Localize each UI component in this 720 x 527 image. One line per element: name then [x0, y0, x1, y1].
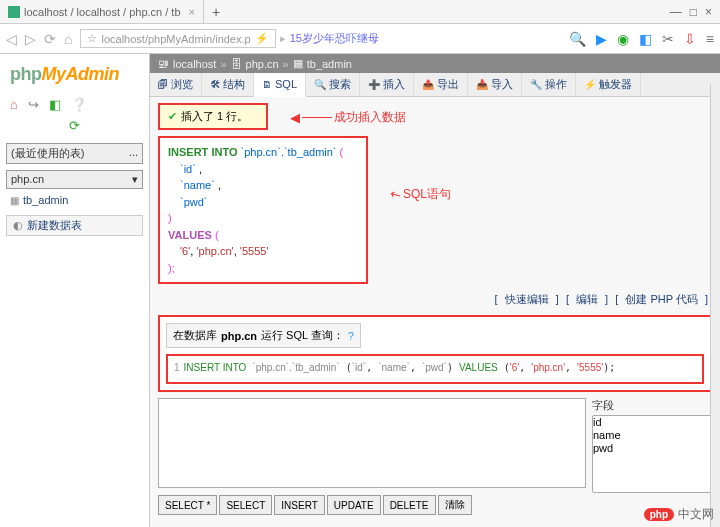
annotation-success: ◀ 成功插入数据 — [290, 109, 406, 126]
db-icon: 🗄 — [231, 58, 242, 70]
sql-query-preview: 1INSERT INTO `php.cn`.`tb_admin` (`id`, … — [166, 354, 704, 384]
browser-tab-strip: localhost / localhost / php.cn / tb × + … — [0, 0, 720, 24]
fields-list[interactable]: idnamepwd — [592, 415, 712, 493]
executed-sql-display: INSERT INTO `php.cn`.`tb_admin` ( `id` ,… — [158, 136, 368, 284]
tab-导入[interactable]: 📥导入 — [468, 73, 522, 96]
breadcrumb-db[interactable]: php.cn — [246, 58, 279, 70]
window-controls: — □ × — [662, 5, 720, 19]
tab-icon: 🗎 — [262, 79, 272, 90]
new-table-button[interactable]: 新建数据表 — [6, 215, 143, 236]
toolbar-download-icon[interactable]: ⇩ — [684, 31, 696, 47]
sql-btn-select-[interactable]: SELECT * — [158, 495, 217, 515]
tab-导出[interactable]: 📤导出 — [414, 73, 468, 96]
nav-back-icon[interactable]: ◁ — [6, 31, 17, 47]
sql-btn-insert[interactable]: INSERT — [274, 495, 325, 515]
quick-edit-inline[interactable]: 快速编辑 — [505, 293, 549, 305]
quick-create-php[interactable]: 创建 PHP 代码 — [625, 293, 698, 305]
success-message: ✔ 插入了 1 行。 — [158, 103, 268, 130]
tab-icon: ➕ — [368, 79, 380, 90]
sql-btn-update[interactable]: UPDATE — [327, 495, 381, 515]
tab-icon: ⚡ — [584, 79, 596, 90]
annotation-sql: ↖ SQL语句 — [390, 186, 451, 203]
tab-浏览[interactable]: 🗐浏览 — [150, 73, 202, 96]
addr-flash-icon: ⚡ — [255, 32, 269, 45]
tab-icon: 🛠 — [210, 79, 220, 90]
tab-favicon — [8, 6, 20, 18]
tab-icon: 📤 — [422, 79, 434, 90]
nav-table-tb-admin[interactable]: tb_admin — [4, 191, 145, 209]
reload-nav-icon[interactable]: ⟳ — [69, 118, 80, 133]
tab-icon: 📥 — [476, 79, 488, 90]
query-icon[interactable]: ◧ — [49, 97, 61, 112]
nav-forward-icon[interactable]: ▷ — [25, 31, 36, 47]
window-close[interactable]: × — [705, 5, 712, 19]
browser-tab[interactable]: localhost / localhost / php.cn / tb × — [0, 0, 204, 23]
tab-title: localhost / localhost / php.cn / tb — [24, 6, 181, 18]
window-minimize[interactable]: — — [670, 5, 682, 19]
sql-buttons-row: SELECT *SELECTINSERTUPDATEDELETE清除 — [158, 495, 712, 515]
address-bar[interactable]: ☆ localhost/phpMyAdmin/index.p ⚡ — [80, 29, 275, 48]
recent-tables-select[interactable]: (最近使用的表) ... — [6, 143, 143, 164]
help-icon[interactable]: ? — [348, 330, 354, 342]
breadcrumb-sep-icon: ▸ — [280, 32, 286, 45]
logout-icon[interactable]: ↪ — [28, 97, 39, 112]
sql-query-panel: 在数据库 php.cn 运行 SQL 查询： ? 1INSERT INTO `p… — [158, 315, 712, 392]
field-option[interactable]: id — [593, 416, 711, 429]
docs-icon[interactable]: ❔ — [71, 97, 87, 112]
watermark: php 中文网 — [644, 506, 714, 523]
breadcrumb-table[interactable]: tb_admin — [307, 58, 352, 70]
new-tab-button[interactable]: + — [204, 4, 228, 20]
toolbar-menu-icon[interactable]: ≡ — [706, 31, 714, 47]
tab-icon: 🗐 — [158, 79, 168, 90]
tab-close-icon[interactable]: × — [189, 6, 195, 18]
sql-btn-delete[interactable]: DELETE — [383, 495, 436, 515]
address-text: localhost/phpMyAdmin/index.p — [101, 33, 250, 45]
scrollbar[interactable] — [710, 84, 720, 527]
database-select[interactable]: php.cn ▾ — [6, 170, 143, 189]
field-option[interactable]: pwd — [593, 442, 711, 455]
breadcrumb-bar: 🖳 localhost » 🗄 php.cn » ▦ tb_admin — [150, 54, 720, 73]
success-text: 插入了 1 行。 — [181, 109, 248, 124]
toolbar-play-icon[interactable]: ▶ — [596, 31, 607, 47]
table-icon: ▦ — [293, 57, 303, 70]
sql-btn-select[interactable]: SELECT — [219, 495, 272, 515]
tab-操作[interactable]: 🔧操作 — [522, 73, 576, 96]
quick-edit[interactable]: 编辑 — [576, 293, 598, 305]
tab-结构[interactable]: 🛠结构 — [202, 73, 254, 96]
fields-panel: 字段 idnamepwd — [592, 398, 712, 493]
home-icon[interactable]: ⌂ — [10, 97, 18, 112]
tab-触发器[interactable]: ⚡触发器 — [576, 73, 641, 96]
content-tabs: 🗐浏览🛠结构🗎SQL🔍搜索➕插入📤导出📥导入🔧操作⚡触发器 — [150, 73, 720, 97]
content-area: 🖳 localhost » 🗄 php.cn » ▦ tb_admin 🗐浏览🛠… — [150, 54, 720, 527]
query-panel-title: 在数据库 php.cn 运行 SQL 查询： ? — [166, 323, 361, 348]
trending-news-link[interactable]: 15岁少年恐吓继母 — [290, 31, 379, 46]
breadcrumb-server[interactable]: localhost — [173, 58, 216, 70]
phpmyadmin-logo: phpMyAdmin — [4, 60, 145, 95]
server-icon: 🖳 — [158, 58, 169, 70]
sql-quick-links: [ 快速编辑 ] [ 编辑 ] [ 创建 PHP 代码 ] — [150, 290, 720, 309]
bookmark-icon[interactable]: ☆ — [87, 32, 97, 45]
toolbar-search-icon[interactable]: 🔍 — [569, 31, 586, 47]
window-maximize[interactable]: □ — [690, 5, 697, 19]
sql-btn--[interactable]: 清除 — [438, 495, 472, 515]
field-option[interactable]: name — [593, 429, 711, 442]
sidebar: phpMyAdmin ⌂ ↪ ◧ ❔ ⟳ (最近使用的表) ... php.cn… — [0, 54, 150, 527]
tab-插入[interactable]: ➕插入 — [360, 73, 414, 96]
fields-header: 字段 — [592, 398, 712, 413]
toolbar-cut-icon[interactable]: ✂ — [662, 31, 674, 47]
toolbar-capture-icon[interactable]: ◧ — [639, 31, 652, 47]
check-icon: ✔ — [168, 110, 177, 123]
tab-搜索[interactable]: 🔍搜索 — [306, 73, 360, 96]
nav-reload-icon[interactable]: ⟳ — [44, 31, 56, 47]
browser-toolbar: ◁ ▷ ⟳ ⌂ ☆ localhost/phpMyAdmin/index.p ⚡… — [0, 24, 720, 54]
sql-editor-textarea[interactable] — [158, 398, 586, 488]
nav-home-icon[interactable]: ⌂ — [64, 31, 72, 47]
tab-icon: 🔍 — [314, 79, 326, 90]
toolbar-chat-icon[interactable]: ◉ — [617, 31, 629, 47]
tab-icon: 🔧 — [530, 79, 542, 90]
tab-SQL[interactable]: 🗎SQL — [254, 73, 306, 97]
